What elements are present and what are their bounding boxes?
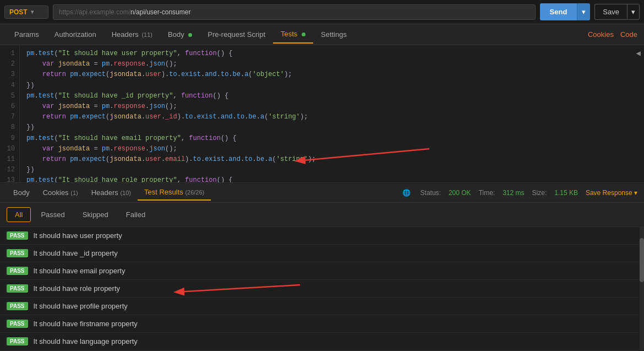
time-value: 312 ms [503, 189, 524, 197]
code-line: return pm.expect(jsondata.user._id).to.e… [26, 112, 637, 122]
code-line: pm.test("It should have role property", … [26, 175, 637, 182]
size-value: 1.15 KB [554, 189, 578, 197]
code-line: pm.test("It should have email property",… [26, 133, 637, 144]
line-number: 5 [4, 91, 15, 101]
send-button-group: Send ▾ [540, 3, 591, 20]
tab-pre-request[interactable]: Pre-request Script [200, 26, 273, 43]
send-button[interactable]: Send [540, 3, 577, 20]
scrollbar-thumb[interactable] [640, 238, 644, 282]
filter-passed[interactable]: Passed [33, 208, 72, 222]
line-number: 1 [4, 48, 15, 59]
bottom-tabs-row: Body Cookies (1) Headers (10) Test Resul… [0, 183, 644, 203]
code-line: var jsondata = pm.response.json(); [26, 59, 637, 69]
method-selector[interactable]: POST ▾ [4, 6, 48, 19]
line-number: 3 [4, 69, 15, 80]
results-area: PASSIt should have user propertyPASSIt s… [0, 227, 644, 350]
pass-badge: PASS [7, 284, 28, 293]
result-item: PASSIt should have _id property [0, 245, 644, 262]
code-line: pm.test("It should have _id property", f… [26, 91, 637, 101]
save-button[interactable]: Save [594, 4, 627, 20]
top-bar: POST ▾ https://api.example.com/ n/api/us… [0, 0, 644, 24]
send-dropdown-button[interactable]: ▾ [577, 3, 590, 20]
result-text: It should have language property [34, 337, 138, 345]
result-item: PASSIt should have email property [0, 262, 644, 280]
tabs-right: Cookies Code [588, 30, 637, 39]
pass-badge: PASS [7, 302, 28, 310]
pass-badge: PASS [7, 267, 28, 275]
send-dropdown-chevron-icon: ▾ [582, 8, 586, 16]
tab-settings[interactable]: Settings [313, 26, 354, 43]
code-line: }) [26, 165, 637, 175]
code-line: return pm.expect(jsondata.user.email).to… [26, 154, 637, 165]
result-item: PASSIt should have firstname property [0, 315, 644, 333]
results-wrapper: PASSIt should have user propertyPASSIt s… [0, 227, 644, 350]
line-number: 12 [4, 165, 15, 175]
line-number: 6 [4, 101, 15, 112]
save-response-button[interactable]: Save Response ▾ [586, 189, 637, 197]
filter-all[interactable]: All [7, 207, 31, 222]
cookies-link[interactable]: Cookies [588, 30, 614, 39]
url-main: n/api/user-consumer [130, 8, 190, 16]
save-dropdown-button[interactable]: ▾ [627, 4, 640, 20]
result-text: It should have user property [34, 231, 122, 240]
bottom-tab-cookies[interactable]: Cookies (1) [36, 185, 85, 200]
bottom-tab-headers[interactable]: Headers (10) [85, 185, 138, 200]
code-line: }) [26, 122, 637, 133]
pass-badge: PASS [7, 320, 28, 328]
time-label: Time: [479, 189, 495, 197]
line-number: 4 [4, 80, 15, 91]
line-number: 2 [4, 59, 15, 69]
result-item: PASSIt should have language property [0, 333, 644, 350]
line-number: 9 [4, 133, 15, 144]
pass-badge: PASS [7, 231, 28, 240]
tab-tests[interactable]: Tests [273, 25, 313, 44]
result-text: It should have firstname property [34, 320, 138, 328]
code-lines-container: 1234567891011121314151617 pm.test("It sh… [0, 45, 644, 182]
bottom-tab-body[interactable]: Body [7, 185, 36, 200]
result-item: PASSIt should have profile property [0, 298, 644, 315]
line-number: 7 [4, 112, 15, 122]
method-chevron-icon: ▾ [31, 9, 34, 15]
collapse-button[interactable]: ◀ [636, 48, 641, 58]
result-item: PASSIt should have role property [0, 280, 644, 298]
code-link[interactable]: Code [620, 30, 637, 39]
code-line: }) [26, 80, 637, 91]
code-editor[interactable]: 1234567891011121314151617 pm.test("It sh… [0, 45, 644, 183]
url-bar[interactable]: https://api.example.com/ n/api/user-cons… [53, 4, 536, 20]
result-item: PASSIt should have user property [0, 227, 644, 245]
line-number: 11 [4, 154, 15, 165]
tab-params[interactable]: Params [7, 26, 47, 43]
size-label: Size: [532, 189, 547, 197]
tab-body[interactable]: Body [160, 26, 200, 43]
save-dropdown-chevron-icon: ▾ [631, 8, 635, 16]
filter-failed[interactable]: Failed [118, 208, 153, 222]
code-line: return pm.expect(jsondata.user).to.exist… [26, 69, 637, 80]
line-number: 8 [4, 122, 15, 133]
code-line: var jsondata = pm.response.json(); [26, 144, 637, 154]
result-text: It should have profile property [34, 302, 128, 310]
method-label: POST [9, 8, 28, 16]
filter-skipped[interactable]: Skipped [75, 208, 116, 222]
save-button-group: Save ▾ [594, 4, 640, 20]
url-dim: https://api.example.com/ [59, 8, 130, 16]
pass-badge: PASS [7, 249, 28, 257]
globe-icon: 🌐 [402, 189, 411, 197]
code-content[interactable]: pm.test("It should have user property", … [20, 45, 644, 182]
result-text: It should have _id property [34, 249, 118, 257]
status-label: Status: [421, 189, 441, 197]
bottom-tab-test-results[interactable]: Test Results (26/26) [138, 185, 211, 201]
scrollbar[interactable] [640, 227, 644, 350]
line-number: 13 [4, 175, 15, 183]
tab-headers[interactable]: Headers (11) [104, 26, 160, 43]
pass-badge: PASS [7, 337, 28, 345]
result-text: It should have role property [34, 284, 121, 293]
tab-authorization[interactable]: Authorization [47, 26, 104, 43]
status-area: 🌐 Status: 200 OK Time: 312 ms Size: 1.15… [402, 189, 637, 197]
line-number: 10 [4, 144, 15, 154]
filter-tabs: All Passed Skipped Failed [0, 203, 644, 227]
code-line: var jsondata = pm.response.json(); [26, 101, 637, 112]
status-value: 200 OK [449, 189, 471, 197]
code-line: pm.test("It should have user property", … [26, 48, 637, 59]
result-text: It should have email property [34, 267, 125, 275]
line-numbers: 1234567891011121314151617 [0, 45, 20, 182]
